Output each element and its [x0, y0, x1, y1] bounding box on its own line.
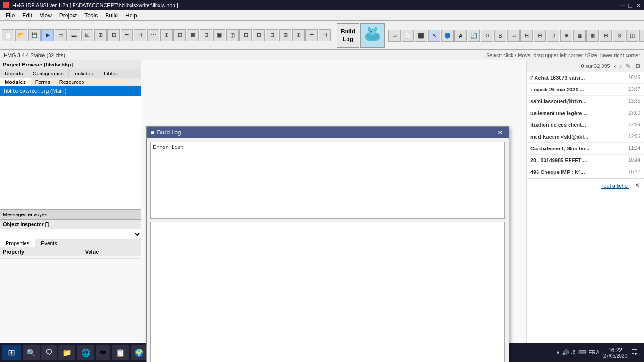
toolbar-r2-12[interactable]: ⊟ [534, 30, 546, 42]
subtab-resources[interactable]: Resources [55, 78, 89, 86]
email-edit-icon[interactable]: ✎ [626, 62, 631, 70]
menu-file[interactable]: File [2, 11, 18, 20]
toolbar-new[interactable]: 📄 [2, 29, 14, 41]
email-item-2[interactable]: 13:35 sami.lassoued@btkn... [527, 96, 644, 107]
menu-tools[interactable]: Tools [81, 11, 101, 20]
toolbar-window[interactable]: ▭ [55, 29, 67, 41]
menu-help[interactable]: Help [122, 11, 141, 20]
toolbar-r2-10[interactable]: ▭ [507, 30, 520, 42]
email-next-icon[interactable]: › [619, 62, 622, 70]
toolbar-r2-11[interactable]: ⊞ [520, 30, 533, 42]
toolbar-r2-5[interactable]: 🔵 [441, 30, 454, 42]
systray-lang[interactable]: FRA [588, 349, 600, 356]
toolbar-t12[interactable]: ⊡ [266, 29, 278, 41]
file-item-main[interactable]: hblibxlsxwriter.prg (Main) [0, 86, 141, 96]
menu-build[interactable]: Build [101, 11, 122, 20]
toolbar-t13[interactable]: ⊠ [279, 29, 291, 41]
app3-taskbar[interactable]: 🌍 [131, 345, 148, 360]
toolbar-3[interactable]: 💾 [28, 29, 41, 41]
email-settings-icon[interactable]: ⚙ [635, 62, 641, 70]
menu-edit[interactable]: Edit [18, 11, 36, 20]
minimize-button[interactable]: ─ [620, 2, 625, 9]
start-button[interactable]: ⊞ [2, 345, 21, 360]
toolbar-t3[interactable]: ⋯ [147, 29, 159, 41]
toolbar-r2-15[interactable]: ▩ [573, 30, 586, 42]
app2-taskbar[interactable]: 📋 [112, 345, 129, 360]
toolbar-r2-1[interactable]: ▭ [388, 30, 401, 42]
tab-reports[interactable]: Reports [0, 69, 28, 78]
toolbar-r2-clock[interactable]: 🔄 [468, 30, 480, 42]
toolbar-r2-13[interactable]: ⊡ [547, 30, 559, 42]
toolbar-r2-18[interactable]: ⊠ [613, 30, 625, 42]
toolbar-t7[interactable]: ⊡ [200, 29, 212, 41]
systray-network[interactable]: 🖧 [571, 349, 577, 356]
show-all-button[interactable]: Tout afficher [601, 183, 629, 189]
browser-taskbar[interactable]: 🌐 [77, 345, 94, 360]
hmg-taskbar[interactable]: ❤ [96, 345, 110, 360]
toolbar-bar[interactable]: ⊟ [107, 29, 120, 41]
email-item-1[interactable]: 13:37 : mardi 26 mai 2020 ... [527, 84, 644, 96]
subtab-forms[interactable]: Forms [31, 78, 55, 86]
oi-tab-properties[interactable]: Properties [0, 239, 35, 247]
tab-tables[interactable]: Tables [98, 69, 123, 78]
toolbar-t5[interactable]: ⊞ [173, 29, 186, 41]
email-item-8[interactable]: 10:27 496 Cheque IMP : N°... [527, 166, 644, 178]
systray-up[interactable]: ∧ [556, 349, 560, 356]
toolbar-t9[interactable]: ◫ [226, 29, 239, 41]
email-item-3[interactable]: 13:00 uellement une légère ... [527, 107, 644, 119]
error-list-pane[interactable]: Error List [150, 142, 505, 219]
search-taskbar[interactable]: 🔍 [23, 345, 40, 360]
tab-includes[interactable]: Includes [69, 69, 98, 78]
toolbar-t1[interactable]: ⊢ [121, 29, 133, 41]
toolbar-grid[interactable]: ⊞ [94, 29, 107, 41]
toolbar-r2-17[interactable]: ⊞ [600, 30, 612, 42]
toolbar-t2[interactable]: ⊣ [134, 29, 146, 41]
toolbar-r2-14[interactable]: ⊕ [560, 30, 572, 42]
object-inspector-selector[interactable] [0, 229, 141, 239]
toolbar-r2-3[interactable]: ⬛ [415, 30, 427, 42]
tab-configuration[interactable]: Configuration [28, 69, 69, 78]
toolbar-open[interactable]: 📂 [15, 29, 27, 41]
menu-view[interactable]: View [36, 11, 56, 20]
toolbar-t16[interactable]: ⊣ [319, 29, 331, 41]
toolbar-play[interactable]: ▶ [41, 29, 54, 41]
panel-resize-handle[interactable]: Messages envoyés [0, 209, 141, 220]
toolbar-t6[interactable]: ⊠ [187, 29, 199, 41]
toolbar-r2-16[interactable]: ▦ [586, 30, 599, 42]
systray-volume[interactable]: 🔊 [562, 349, 569, 356]
toolbar-t11[interactable]: ⊞ [253, 29, 265, 41]
toolbar-dialog[interactable]: ▬ [68, 29, 80, 41]
toolbar-t4[interactable]: ⊕ [160, 29, 173, 41]
toolbar-check[interactable]: ☑ [81, 29, 93, 41]
toolbar-r2-circle[interactable]: ⊙ [481, 30, 493, 42]
close-email-panel-icon[interactable]: ✕ [635, 181, 640, 189]
email-item-6[interactable]: 11:24 Cordialement, Slim bo... [527, 143, 644, 155]
dialog-close-icon[interactable]: ✕ [495, 129, 505, 136]
email-item-7[interactable]: 10:44 20 . 03149985 EFFET ... [527, 155, 644, 166]
toolbar-r2-A[interactable]: A [454, 30, 467, 42]
toolbar-r2-19[interactable]: ◫ [626, 30, 638, 42]
toolbar-t10[interactable]: ⊟ [239, 29, 252, 41]
systray-keyboard[interactable]: ⌨ [578, 349, 586, 356]
email-item-4[interactable]: 12:59 ituation de ces client... [527, 119, 644, 131]
menu-project[interactable]: Project [56, 11, 81, 20]
close-button[interactable]: ✕ [636, 2, 641, 9]
toolbar-t15[interactable]: ⊢ [305, 29, 318, 41]
toolbar-t8[interactable]: ▣ [213, 29, 225, 41]
toolbar-t14[interactable]: ⊕ [292, 29, 305, 41]
toolbar-r2-cursor[interactable]: ↖ [428, 30, 440, 42]
build-log-button[interactable]: Build Log [337, 23, 359, 48]
email-prev-icon[interactable]: ‹ [614, 62, 616, 70]
toolbar-r2-20[interactable]: ⊡ [639, 30, 644, 42]
oi-tab-events[interactable]: Events [35, 239, 63, 247]
files-taskbar[interactable]: 📁 [58, 345, 75, 360]
notification-icon[interactable]: 🗨 [631, 348, 638, 357]
email-item-0[interactable]: 16:36 l' Achat 163073 saisi... [527, 72, 644, 84]
toolbar-r2-9[interactable]: B [494, 30, 506, 42]
toolbar-r2-2[interactable]: 📄 [402, 30, 414, 42]
chat-taskbar[interactable]: 🗨 [41, 345, 57, 360]
build-output-pane[interactable] [150, 222, 505, 362]
subtab-modules[interactable]: Modules [0, 78, 31, 86]
email-item-5[interactable]: 12:56 med Kacem <skf@skf... [527, 131, 644, 143]
maximize-button[interactable]: □ [628, 2, 632, 9]
